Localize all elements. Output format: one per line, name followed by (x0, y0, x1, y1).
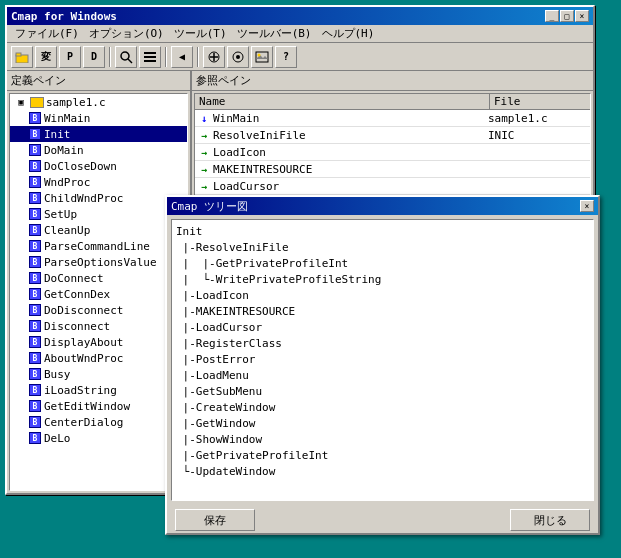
svg-rect-4 (144, 52, 156, 54)
func-icon: B (28, 399, 42, 413)
list-item[interactable]: B ParseCommandLine (10, 238, 187, 254)
main-title-bar: Cmap for Windows _ □ × (7, 7, 593, 25)
maximize-button[interactable]: □ (560, 10, 574, 22)
list-item-folder[interactable]: ▣ sample1.c (10, 94, 187, 110)
toolbar-image-btn[interactable] (251, 46, 273, 68)
func-icon: B (28, 175, 42, 189)
minimize-button[interactable]: _ (545, 10, 559, 22)
func-icon: B (28, 143, 42, 157)
func-icon: B (28, 367, 42, 381)
table-row[interactable]: → MAKEINTRESOURCE (195, 161, 590, 178)
dialog-close-btn[interactable]: 閉じる (510, 509, 590, 531)
item-label: DoMain (44, 144, 84, 157)
menu-help[interactable]: ヘルプ(H) (318, 25, 379, 42)
list-item[interactable]: B DoCloseDown (10, 158, 187, 174)
toolbar-help-btn[interactable]: ? (275, 46, 297, 68)
func-icon: B (28, 335, 42, 349)
folder-icon (30, 95, 44, 109)
menu-toolbar[interactable]: ツールバー(B) (233, 25, 316, 42)
func-icon: B (28, 127, 42, 141)
item-label: DisplayAbout (44, 336, 123, 349)
tree-node: |-RegisterClass (176, 336, 589, 352)
save-button[interactable]: 保存 (175, 509, 255, 531)
toolbar-d-btn[interactable]: D (83, 46, 105, 68)
list-item[interactable]: B DoMain (10, 142, 187, 158)
item-label: WndProc (44, 176, 90, 189)
item-label: DoCloseDown (44, 160, 117, 173)
toolbar-circle-btn[interactable] (227, 46, 249, 68)
func-icon: B (28, 415, 42, 429)
list-item[interactable]: B DisplayAbout (10, 334, 187, 350)
tree-node: └-UpdateWindow (176, 464, 589, 480)
tree-node: |-ResolveIniFile (176, 240, 589, 256)
func-icon: B (28, 159, 42, 173)
item-label: Busy (44, 368, 71, 381)
list-item[interactable]: B GetConnDex (10, 286, 187, 302)
table-row[interactable]: → LoadIcon (195, 144, 590, 161)
disconnect-label: Disconnect (44, 320, 110, 333)
list-item[interactable]: B SetUp (10, 206, 187, 222)
toolbar-search-btn[interactable] (115, 46, 137, 68)
menu-options[interactable]: オプション(O) (85, 25, 168, 42)
func-icon: B (28, 111, 42, 125)
list-item[interactable]: B GetEditWindow (10, 398, 187, 414)
list-item[interactable]: B DoConnect (10, 270, 187, 286)
definition-list[interactable]: ▣ sample1.c B WinMain B (9, 93, 188, 491)
toolbar-separator-1 (109, 47, 111, 67)
table-row[interactable]: → LoadCursor (195, 178, 590, 195)
toolbar-p-btn[interactable]: P (59, 46, 81, 68)
menu-tools[interactable]: ツール(T) (170, 25, 231, 42)
func-icon: B (28, 271, 42, 285)
tree-node: |-CreateWindow (176, 400, 589, 416)
svg-rect-6 (144, 60, 156, 62)
func-icon: B (28, 239, 42, 253)
item-label: DoConnect (44, 272, 104, 285)
list-item[interactable]: B WinMain (10, 110, 187, 126)
toolbar-add-btn[interactable] (203, 46, 225, 68)
col-file-header: File (490, 94, 590, 109)
dialog-buttons: 保存 閉じる (167, 505, 598, 535)
toolbar-separator-2 (165, 47, 167, 67)
item-label: iLoadString (44, 384, 117, 397)
tree-node: |-LoadMenu (176, 368, 589, 384)
list-item[interactable]: B Busy (10, 366, 187, 382)
list-item-selected[interactable]: B Init (10, 126, 187, 142)
dialog-close-button[interactable]: × (580, 200, 594, 212)
item-label: AboutWndProc (44, 352, 123, 365)
func-icon: B (28, 431, 42, 445)
list-item[interactable]: B CleanUp (10, 222, 187, 238)
svg-point-11 (236, 55, 240, 59)
ref-name: WinMain (213, 112, 488, 125)
item-label: ParseCommandLine (44, 240, 150, 253)
func-icon: B (28, 223, 42, 237)
list-item[interactable]: B ParseOptionsValue (10, 254, 187, 270)
toolbar-open-btn[interactable] (11, 46, 33, 68)
func-icon: B (28, 255, 42, 269)
toolbar-list-btn[interactable] (139, 46, 161, 68)
toolbar-separator-3 (197, 47, 199, 67)
item-label: WinMain (44, 112, 90, 125)
toolbar-var-btn[interactable]: 変 (35, 46, 57, 68)
func-icon: B (28, 287, 42, 301)
tree-node-root: Init (176, 224, 589, 240)
list-item[interactable]: B DeLo (10, 430, 187, 446)
list-item[interactable]: B CenterDialog (10, 414, 187, 430)
dialog-title-bar: Cmap ツリー図 × (167, 197, 598, 215)
col-name-header: Name (195, 94, 490, 109)
tree-dialog: Cmap ツリー図 × Init |-ResolveIniFile | |-Ge… (165, 195, 600, 535)
list-item[interactable]: B WndProc (10, 174, 187, 190)
list-item-disconnect[interactable]: B Disconnect (10, 318, 187, 334)
menu-file[interactable]: ファイル(F) (11, 25, 83, 42)
toolbar-back-btn[interactable]: ◀ (171, 46, 193, 68)
item-label: SetUp (44, 208, 77, 221)
list-item[interactable]: B ChildWndProc (10, 190, 187, 206)
dialog-title-text: Cmap ツリー図 (171, 199, 248, 214)
close-button[interactable]: × (575, 10, 589, 22)
list-item[interactable]: B AboutWndProc (10, 350, 187, 366)
list-item[interactable]: B DoDisconnect (10, 302, 187, 318)
table-row[interactable]: → ResolveIniFile INIC (195, 127, 590, 144)
list-item[interactable]: B iLoadString (10, 382, 187, 398)
item-label: ChildWndProc (44, 192, 123, 205)
table-row[interactable]: ↓ WinMain sample1.c (195, 110, 590, 127)
svg-point-2 (121, 52, 129, 60)
